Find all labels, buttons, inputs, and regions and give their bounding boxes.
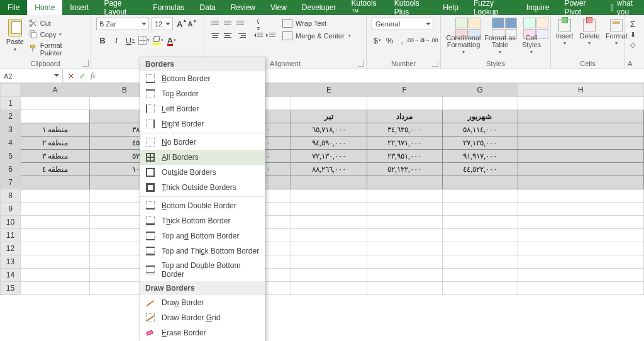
italic-button[interactable]: I <box>110 34 123 47</box>
decrease-indent-button[interactable] <box>252 30 264 40</box>
cell[interactable] <box>291 189 367 203</box>
cell[interactable] <box>21 203 90 216</box>
tab-kutools-plus[interactable]: Kutools Plus <box>387 0 435 15</box>
decrease-decimal-button[interactable]: .0→.00 <box>423 34 435 47</box>
cell[interactable] <box>21 269 90 282</box>
align-center-button[interactable] <box>222 30 233 40</box>
format-cells-button[interactable]: Format▾ <box>606 19 627 46</box>
cell[interactable] <box>367 176 442 189</box>
percent-format-button[interactable]: % <box>384 34 396 47</box>
cell[interactable] <box>291 242 367 255</box>
select-all-corner[interactable] <box>1 84 21 97</box>
menu-outside-borders[interactable]: Outside Borders <box>140 165 265 180</box>
tab-developer[interactable]: Developer <box>294 0 344 15</box>
underline-button[interactable]: U▾ <box>124 34 136 47</box>
menu-draw-border-grid[interactable]: Draw Border Grid <box>140 310 265 325</box>
cell[interactable] <box>518 269 643 282</box>
cell[interactable] <box>291 176 367 189</box>
cell[interactable]: ٦٥,۷۱۸,۰۰۰ <box>291 123 367 137</box>
cell[interactable] <box>518 97 643 110</box>
insert-cells-button[interactable]: Insert▾ <box>556 19 574 46</box>
cell[interactable] <box>291 282 367 295</box>
name-box[interactable]: A2 <box>0 69 63 82</box>
row-header[interactable]: 5 <box>1 150 21 163</box>
cell[interactable] <box>291 97 367 110</box>
dialog-launcher-icon[interactable] <box>82 60 89 67</box>
row-header[interactable]: 7 <box>1 176 21 189</box>
cell[interactable] <box>21 255 90 269</box>
cell[interactable] <box>442 269 518 282</box>
cell[interactable] <box>367 189 442 203</box>
row-header[interactable]: 14 <box>1 269 21 282</box>
menu-top-thick-bottom-border[interactable]: Top and Thick Bottom Border <box>140 243 265 259</box>
increase-font-button[interactable]: A▴ <box>175 20 184 29</box>
cancel-formula-button[interactable]: ✕ <box>68 72 74 81</box>
cell[interactable] <box>518 137 643 150</box>
cell[interactable] <box>291 255 367 269</box>
menu-bottom-border[interactable]: Bottom Border <box>140 71 265 86</box>
cell[interactable] <box>518 163 643 176</box>
col-header[interactable]: H <box>518 84 643 97</box>
cell[interactable] <box>442 255 518 269</box>
menu-thick-bottom-border[interactable]: Thick Bottom Border <box>140 213 265 228</box>
chevron-down-icon[interactable]: ▾ <box>59 32 62 37</box>
number-format-select[interactable]: General <box>372 18 433 30</box>
cell[interactable] <box>518 189 643 203</box>
cut-button[interactable]: Cut <box>29 19 86 28</box>
align-bottom-button[interactable] <box>235 18 246 28</box>
row-header[interactable]: 8 <box>1 189 21 203</box>
align-left-button[interactable] <box>209 30 221 40</box>
tab-fuzzy-lookup[interactable]: Fuzzy Lookup <box>466 0 519 15</box>
cell[interactable]: منطقه ۱ <box>21 123 90 137</box>
cell[interactable] <box>21 189 90 203</box>
cell[interactable]: ۲۷,۱۲٥,۰۰۰ <box>442 137 518 150</box>
cell[interactable]: منطقه ٤ <box>21 163 90 176</box>
menu-top-bottom-border[interactable]: Top and Bottom Border <box>140 228 265 243</box>
tab-review[interactable]: Review <box>223 0 263 15</box>
cell[interactable]: ۹٤,٥۹۰,۰۰۰ <box>291 137 367 150</box>
cell[interactable] <box>367 255 442 269</box>
cell[interactable] <box>367 216 442 229</box>
row-header[interactable]: 6 <box>1 163 21 176</box>
tab-help[interactable]: Help <box>435 0 466 15</box>
cell[interactable] <box>21 216 90 229</box>
chevron-down-icon[interactable]: ▾ <box>5 47 25 52</box>
cell[interactable] <box>518 176 643 189</box>
menu-draw-border[interactable]: Draw Border <box>140 295 265 310</box>
tab-inquire[interactable]: Inquire <box>519 0 557 15</box>
cell[interactable] <box>518 282 643 295</box>
cell[interactable] <box>21 176 90 189</box>
cell[interactable] <box>442 203 518 216</box>
col-header[interactable]: F <box>367 84 442 97</box>
cell-styles-button[interactable]: Cell Styles▾ <box>519 18 544 55</box>
cell[interactable] <box>518 216 643 229</box>
tab-page-layout[interactable]: Page Layout <box>96 0 145 15</box>
col-header[interactable]: E <box>291 84 367 97</box>
row-header[interactable]: 10 <box>1 216 21 229</box>
bold-button[interactable]: B <box>96 34 109 47</box>
cell[interactable] <box>367 229 442 242</box>
cell[interactable] <box>21 242 90 255</box>
cell[interactable]: ۲۲,٦۷۱,۰۰۰ <box>367 137 442 150</box>
row-header[interactable]: 3 <box>1 123 21 137</box>
paste-button[interactable]: Paste ▾ <box>5 18 25 57</box>
menu-right-border[interactable]: Right Border <box>140 116 265 131</box>
cell[interactable]: ۲۳,۹٥۱,۰۰۰ <box>367 150 442 163</box>
font-size-select[interactable]: 12 <box>152 18 173 30</box>
row-header[interactable]: 9 <box>1 203 21 216</box>
menu-bottom-double-border[interactable]: Bottom Double Border <box>140 198 265 213</box>
cell[interactable] <box>21 282 90 295</box>
cell[interactable]: شهریور <box>442 110 518 123</box>
cell[interactable]: ۹۱,۹۱۷,۰۰۰ <box>442 150 518 163</box>
row-header[interactable]: 1 <box>1 97 21 110</box>
cell[interactable] <box>367 203 442 216</box>
cell[interactable] <box>442 282 518 295</box>
row-header[interactable]: 4 <box>1 137 21 150</box>
worksheet-grid[interactable]: A B C D E F G H 12وردینخردادتیرمردادشهری… <box>0 83 644 295</box>
tab-data[interactable]: Data <box>192 0 223 15</box>
cell[interactable] <box>442 216 518 229</box>
cell[interactable] <box>442 97 518 110</box>
menu-top-double-bottom-border[interactable]: Top and Double Bottom Border <box>140 259 265 281</box>
row-header[interactable]: 13 <box>1 255 21 269</box>
cell[interactable]: ۸۸,۲٦٦,۰۰۰ <box>291 163 367 176</box>
